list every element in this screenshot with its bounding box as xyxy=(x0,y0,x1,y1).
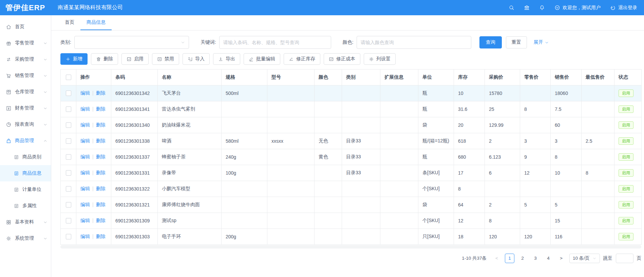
user-menu[interactable]: 欢迎您，测试用户 xyxy=(554,5,601,11)
page-button-4[interactable]: 4 xyxy=(544,254,553,263)
row-checkbox[interactable] xyxy=(66,186,71,192)
status-badge[interactable]: 启用 xyxy=(619,105,633,113)
fix-stock-button[interactable]: 修正库存 xyxy=(284,53,320,65)
row-checkbox[interactable] xyxy=(66,202,71,207)
import-button[interactable]: 导入 xyxy=(183,53,210,65)
cell-status: 启用 xyxy=(614,165,642,181)
export-button[interactable]: 导出 xyxy=(213,53,240,65)
delete-link[interactable]: 删除 xyxy=(96,186,106,191)
logout-button[interactable]: 退出登录 xyxy=(610,5,637,11)
cell-category xyxy=(342,181,380,197)
page-button-3[interactable]: 3 xyxy=(531,254,540,263)
row-checkbox[interactable] xyxy=(66,234,71,239)
sidebar-item-basic[interactable]: 基本资料 xyxy=(0,214,51,230)
delete-link[interactable]: 删除 xyxy=(96,154,106,159)
delete-link[interactable]: 删除 xyxy=(96,170,106,175)
search-icon[interactable] xyxy=(509,5,514,11)
column-header: 扩展信息 xyxy=(380,70,418,85)
sidebar-item-sales[interactable]: 销售管理 xyxy=(0,67,51,84)
sidebar-item-retail[interactable]: 零售管理 xyxy=(0,35,51,51)
status-badge[interactable]: 启用 xyxy=(619,153,633,161)
delete-link[interactable]: 删除 xyxy=(96,202,106,207)
sidebar-item-system[interactable]: 系统管理 xyxy=(0,230,51,246)
status-badge[interactable]: 启用 xyxy=(619,201,633,209)
status-badge[interactable]: 启用 xyxy=(619,233,633,240)
page-button-2[interactable]: 2 xyxy=(518,254,527,263)
edit-link[interactable]: 编辑 xyxy=(80,186,90,191)
row-checkbox[interactable] xyxy=(66,106,71,112)
action-separator: | xyxy=(92,218,94,223)
sidebar-subitem-product-info[interactable]: 商品信息 xyxy=(0,165,51,181)
horizontal-scrollbar[interactable] xyxy=(60,245,641,249)
fix-cost-button[interactable]: 修正成本 xyxy=(324,53,360,65)
expand-link[interactable]: 展开 xyxy=(534,39,549,45)
edit-link[interactable]: 编辑 xyxy=(80,122,90,127)
color-input[interactable] xyxy=(357,36,471,49)
tab-商品信息[interactable]: 商品信息 xyxy=(80,15,112,30)
search-button[interactable]: 查询 xyxy=(479,36,502,48)
row-checkbox[interactable] xyxy=(66,170,71,176)
row-checkbox[interactable] xyxy=(66,218,71,223)
sidebar-item-home[interactable]: 首页 xyxy=(0,19,51,35)
row-checkbox[interactable] xyxy=(66,91,71,96)
edit-link[interactable]: 编辑 xyxy=(80,154,90,159)
disable-button[interactable]: 禁用 xyxy=(152,53,179,65)
prev-page-button[interactable]: < xyxy=(492,254,501,263)
table-row: 编辑|删除6901236301303电子手环200g只[SKU]18120120… xyxy=(61,229,642,245)
sidebar-item-warehouse[interactable]: 仓库管理 xyxy=(0,84,51,100)
sidebar-item-product[interactable]: 商品管理 xyxy=(0,133,51,149)
row-checkbox[interactable] xyxy=(66,154,71,160)
delete-button[interactable]: 删除 xyxy=(91,53,118,65)
edit-link[interactable]: 编辑 xyxy=(80,170,90,175)
edit-link[interactable]: 编辑 xyxy=(80,234,90,239)
delete-link[interactable]: 删除 xyxy=(96,106,106,112)
delete-link[interactable]: 删除 xyxy=(96,122,106,127)
add-button[interactable]: 新增 xyxy=(60,53,88,65)
row-checkbox[interactable] xyxy=(66,138,71,144)
edit-link[interactable]: 编辑 xyxy=(80,106,90,112)
row-checkbox[interactable] xyxy=(66,122,71,128)
keyword-label: 关键词: xyxy=(201,39,216,45)
sidebar-subitem-measure-unit[interactable]: 计量单位 xyxy=(0,181,51,198)
status-badge[interactable]: 启用 xyxy=(619,185,633,193)
status-badge[interactable]: 启用 xyxy=(619,169,633,177)
sidebar-item-report[interactable]: 报表查询 xyxy=(0,116,51,133)
delete-link[interactable]: 删除 xyxy=(96,234,106,239)
bank-icon[interactable] xyxy=(524,5,530,11)
logout-label: 退出登录 xyxy=(618,5,637,11)
status-badge[interactable]: 启用 xyxy=(619,217,633,224)
edit-link[interactable]: 编辑 xyxy=(80,218,90,223)
status-badge[interactable]: 启用 xyxy=(619,137,633,145)
edit-link[interactable]: 编辑 xyxy=(80,202,90,207)
status-badge[interactable]: 启用 xyxy=(619,90,633,97)
delete-link[interactable]: 删除 xyxy=(96,138,106,143)
table-row: 编辑|删除6901236301342飞天茅台500ml瓶101578018060… xyxy=(61,85,642,101)
jump-page-input[interactable] xyxy=(616,254,633,263)
keyword-input[interactable] xyxy=(219,36,331,49)
cell-barcode: 6901236301303 xyxy=(111,229,158,245)
sidebar-subitem-product-category[interactable]: 商品类别 xyxy=(0,149,51,165)
tab-bar: 首页商品信息 xyxy=(51,15,644,31)
page-size-select[interactable]: 10 条/页 xyxy=(569,254,600,263)
select-all-checkbox[interactable] xyxy=(66,75,71,80)
sidebar-item-label: 首页 xyxy=(15,24,24,30)
reset-button[interactable]: 重置 xyxy=(506,36,527,48)
sidebar-item-purchase[interactable]: 采购管理 xyxy=(0,51,51,67)
delete-link[interactable]: 删除 xyxy=(96,218,106,223)
tab-首页[interactable]: 首页 xyxy=(59,15,80,30)
status-badge[interactable]: 启用 xyxy=(619,121,633,129)
cell-min xyxy=(582,85,614,101)
cell-name: 电子手环 xyxy=(158,229,222,245)
edit-link[interactable]: 编辑 xyxy=(80,90,90,96)
page-button-1[interactable]: 1 xyxy=(505,254,514,263)
batch-edit-button[interactable]: 批量编辑 xyxy=(244,53,280,65)
delete-link[interactable]: 删除 xyxy=(96,90,106,96)
category-select[interactable] xyxy=(74,36,189,49)
next-page-button[interactable]: > xyxy=(556,254,566,263)
edit-link[interactable]: 编辑 xyxy=(80,138,90,143)
sidebar-item-finance[interactable]: 财务管理 xyxy=(0,100,51,116)
bell-icon[interactable] xyxy=(539,5,545,11)
column-settings-button[interactable]: 列设置 xyxy=(364,53,396,65)
sidebar-subitem-multi-attr[interactable]: 多属性 xyxy=(0,198,51,214)
enable-button[interactable]: 启用 xyxy=(121,53,149,65)
